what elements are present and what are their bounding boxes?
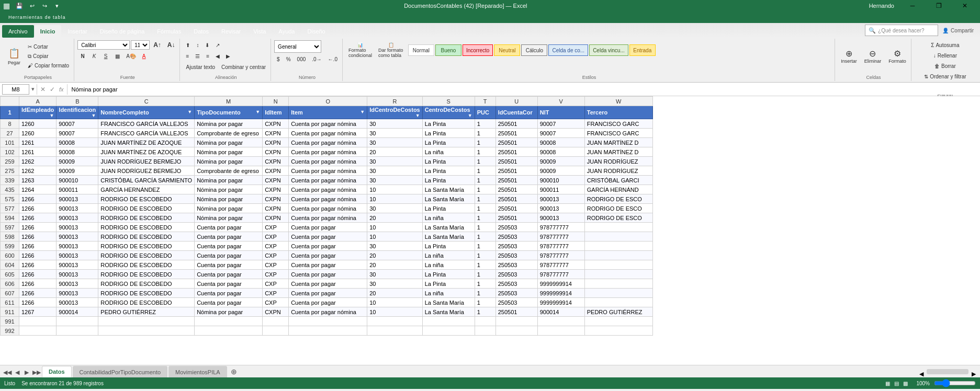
merge-center-btn[interactable]: Combinar y centrar (219, 62, 268, 72)
cell-c[interactable]: FRANCISCO GARCÍA VALLEJOS (98, 119, 195, 129)
cell-w[interactable] (584, 260, 652, 270)
insert-function-icon[interactable]: fx (58, 86, 65, 93)
cell-a[interactable]: 1266 (19, 213, 57, 223)
cell-m[interactable]: Cuenta por pagar (195, 251, 263, 260)
cell-s[interactable]: La Pinta (422, 279, 475, 289)
align-right-btn[interactable]: ≡ (204, 51, 212, 61)
insert-cells-btn[interactable]: ⊕ Insertar (838, 41, 860, 72)
cell-c[interactable]: JUAN RODRÍGUEZ BERMEJO (98, 157, 195, 166)
cancel-formula-icon[interactable]: ✕ (39, 86, 47, 93)
cell-r[interactable]: 30 (367, 119, 423, 129)
cell-m[interactable]: Nómina por pagar (195, 138, 263, 147)
cell-a[interactable]: 1267 (19, 307, 57, 317)
cell-a[interactable]: 1266 (19, 251, 57, 260)
cell-n[interactable]: CXPN (263, 194, 289, 204)
cell-u[interactable]: 250501 (495, 185, 537, 194)
minimize-btn[interactable]: ─ (900, 0, 925, 12)
cell-c[interactable]: FRANCISCO GARCÍA VALLEJOS (98, 129, 195, 138)
cell-b[interactable]: 900013 (57, 298, 98, 307)
cut-btn[interactable]: ✂ Cortar (25, 42, 72, 52)
search-box[interactable]: 🔍 ¿Qué desea hacer? (865, 25, 938, 36)
cell-s[interactable]: La niña (422, 147, 475, 157)
cell-o[interactable]: Cuenta por pagar nómina (289, 194, 367, 204)
cell-o[interactable]: Cuenta por pagar (289, 279, 367, 289)
cell-w[interactable] (584, 232, 652, 242)
cell-v[interactable]: 900013 (537, 213, 584, 223)
cell-o[interactable]: Cuenta por pagar nómina (289, 213, 367, 223)
col-header-S[interactable]: S (422, 97, 475, 106)
cell-v[interactable]: 9999999914 (537, 298, 584, 307)
cell-c[interactable]: RODRIGO DE ESCOBEDO (98, 298, 195, 307)
cell-w[interactable]: FRANCISCO GARC (584, 129, 652, 138)
cell-m[interactable]: Nómina por pagar (195, 119, 263, 129)
cell-o[interactable]: Cuenta por pagar (289, 289, 367, 298)
cell-n[interactable]: CXPN (263, 138, 289, 147)
cell-s[interactable]: La Pinta (422, 166, 475, 176)
cell-v[interactable]: 90008 (537, 147, 584, 157)
cell-m[interactable]: Cuenta por pagar (195, 260, 263, 270)
table-row[interactable]: 101126190008JUAN MARTÍNEZ DE AZOQUENómin… (1, 138, 653, 147)
cell-u[interactable]: 250501 (495, 147, 537, 157)
cell-n[interactable]: CXPN (263, 166, 289, 176)
tab-inicio[interactable]: Inicio (34, 25, 62, 38)
format-cells-btn[interactable]: ⚙ Formato (886, 41, 909, 72)
decrease-decimal-btn[interactable]: ←.0 (325, 54, 340, 64)
table-row[interactable]: 6001266900013RODRIGO DE ESCOBEDOCuenta p… (1, 251, 653, 260)
table-row[interactable]: 5771266900013RODRIGO DE ESCOBEDONómina p… (1, 204, 653, 213)
cell-s[interactable]: La Santa María (422, 307, 475, 317)
cell-r[interactable]: 10 (367, 185, 423, 194)
cell-u[interactable]: 250501 (495, 176, 537, 185)
scroll-right-btn[interactable]: ▶ (970, 371, 978, 377)
cell-w[interactable] (584, 270, 652, 279)
cell-t[interactable]: 1 (475, 251, 495, 260)
cell-m[interactable]: Cuenta por pagar (195, 289, 263, 298)
cell-n[interactable]: CXP (263, 270, 289, 279)
cell-r[interactable]: 10 (367, 307, 423, 317)
cell-a[interactable]: 1266 (19, 194, 57, 204)
cell-o[interactable]: Cuenta por pagar (289, 251, 367, 260)
cell-w[interactable]: GARCÍA HERNÁND (584, 185, 652, 194)
cell-u[interactable]: 250503 (495, 279, 537, 289)
cell-s[interactable]: La Santa María (422, 298, 475, 307)
cell-u[interactable]: 250501 (495, 194, 537, 204)
cell-n[interactable]: CXPN (263, 176, 289, 185)
cell-a[interactable]: 1266 (19, 232, 57, 242)
font-color-btn[interactable]: A (140, 51, 152, 61)
cell-r[interactable]: 30 (367, 270, 423, 279)
cell-n[interactable]: CXPN (263, 185, 289, 194)
cell-o[interactable]: Cuenta por pagar (289, 270, 367, 279)
header-cell-R[interactable]: IdCentroDeCostos ▼ (367, 106, 423, 119)
cell-c[interactable]: RODRIGO DE ESCOBEDO (98, 204, 195, 213)
cell-w[interactable]: JUAN RODRÍGUEZ (584, 166, 652, 176)
cell-c[interactable]: RODRIGO DE ESCOBEDO (98, 242, 195, 251)
cell-t[interactable]: 1 (475, 242, 495, 251)
cell-u[interactable]: 250501 (495, 166, 537, 176)
tab-diseno-contextual[interactable]: Diseño (301, 25, 332, 38)
formula-input[interactable] (70, 84, 978, 95)
cell-o[interactable]: Cuenta por pagar nómina (289, 138, 367, 147)
indent-more-btn[interactable]: ▶ (223, 51, 233, 61)
wrap-text-btn[interactable]: Ajustar texto (183, 62, 218, 72)
sheet-nav-prev[interactable]: ◀ (13, 367, 22, 377)
cell-m[interactable]: Cuenta por pagar (195, 223, 263, 232)
cell-a[interactable]: 1266 (19, 270, 57, 279)
header-cell-V[interactable]: NIT (537, 106, 584, 119)
scroll-left-btn[interactable]: ◀ (917, 371, 926, 377)
table-row[interactable]: 6111266900013RODRIGO DE ESCOBEDOCuenta p… (1, 298, 653, 307)
cell-n[interactable]: CXP (263, 289, 289, 298)
cell-u[interactable]: 250501 (495, 157, 537, 166)
cell-o[interactable]: Cuenta por pagar (289, 260, 367, 270)
cell-a[interactable]: 1264 (19, 185, 57, 194)
col-header-M[interactable]: M (195, 97, 263, 106)
cell-o[interactable]: Cuenta por pagar (289, 298, 367, 307)
table-row[interactable]: 259126290009JUAN RODRÍGUEZ BERMEJONómina… (1, 157, 653, 166)
cell-c[interactable]: RODRIGO DE ESCOBEDO (98, 223, 195, 232)
cell-r[interactable]: 20 (367, 289, 423, 298)
header-cell-N[interactable]: IdItem (263, 106, 289, 119)
cell-w[interactable]: CRISTÓBAL GARCI (584, 176, 652, 185)
cell-a[interactable]: 1266 (19, 204, 57, 213)
cell-u[interactable]: 250501 (495, 307, 537, 317)
table-row[interactable]: 6071266900013RODRIGO DE ESCOBEDOCuenta p… (1, 289, 653, 298)
cell-m[interactable]: Nómina por pagar (195, 176, 263, 185)
cell-u[interactable]: 250501 (495, 138, 537, 147)
